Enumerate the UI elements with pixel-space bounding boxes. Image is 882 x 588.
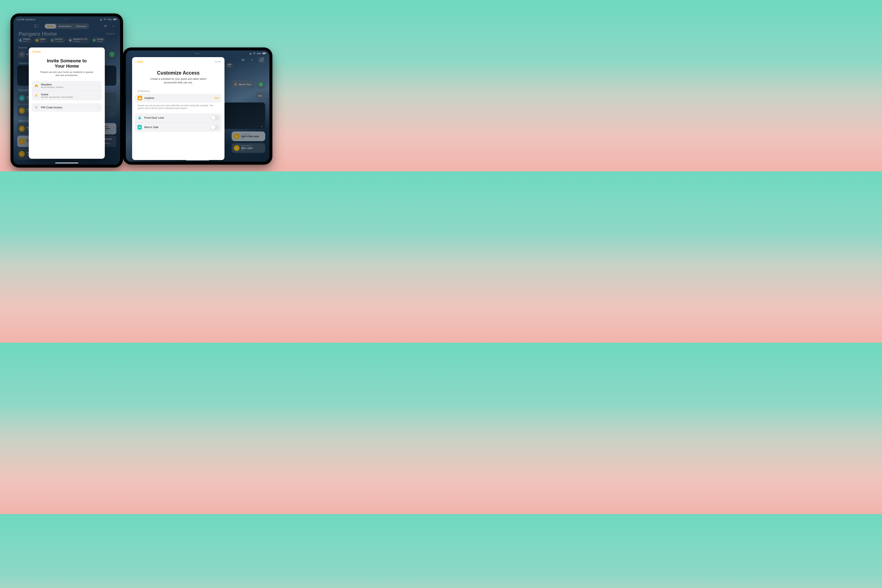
schedule-value: Anytime bbox=[144, 96, 212, 99]
edit-schedule-button[interactable]: Edit bbox=[214, 96, 219, 99]
ipad-portrait-device: 7:12 PM Sat Nov 9 ▮▪ 97% ••• Home bbox=[10, 14, 123, 168]
modal-header: Cancel bbox=[29, 48, 105, 54]
home-indicator[interactable] bbox=[55, 162, 78, 164]
moms-side-row[interactable]: Mom's Side bbox=[135, 123, 222, 132]
chevron-left-icon: ‹ bbox=[135, 60, 136, 63]
accessory-label: Mom's Side bbox=[144, 126, 208, 129]
guest-subtitle: Specific accessories, set schedule bbox=[41, 96, 96, 98]
svg-rect-23 bbox=[139, 97, 140, 97]
svg-rect-26 bbox=[139, 127, 140, 128]
customize-access-modal: ‹ Back Invite Customize Access Create a … bbox=[132, 57, 225, 160]
modal-title: Customize Access bbox=[132, 64, 225, 76]
cancel-button[interactable]: Cancel bbox=[32, 50, 40, 53]
invite-modal: Cancel Invite Someone toYour Home People… bbox=[29, 48, 105, 159]
ipad-portrait-screen: 7:12 PM Sat Nov 9 ▮▪ 97% ••• Home bbox=[14, 16, 120, 165]
back-button[interactable]: ‹ Back bbox=[135, 60, 143, 63]
modal-title: Invite Someone toYour Home bbox=[29, 54, 105, 69]
moms-side-toggle[interactable] bbox=[211, 125, 219, 130]
house-icon bbox=[34, 84, 38, 88]
svg-rect-24 bbox=[140, 97, 141, 97]
schedule-row[interactable]: Anytime Edit bbox=[135, 94, 222, 102]
ipad-landscape-screen: ▮▪ 97% ••• ＋ ergyaner bbox=[126, 50, 269, 162]
guest-row[interactable]: Guest Specific accessories, set schedule… bbox=[32, 91, 102, 100]
chevron-right-icon: › bbox=[99, 94, 99, 97]
modal-subtitle: Create a schedule for your guest and sel… bbox=[132, 76, 225, 88]
resident-subtitle: All accessories, anytime bbox=[41, 86, 96, 88]
front-door-toggle[interactable] bbox=[211, 115, 219, 120]
ipad-landscape-device: ▮▪ 97% ••• ＋ ergyaner bbox=[123, 48, 272, 165]
person-icon bbox=[34, 93, 38, 98]
modal-subtitle: People can join your home as residents o… bbox=[29, 69, 105, 81]
pin-title: PIN Code Access bbox=[41, 106, 96, 109]
hash-icon: # bbox=[34, 105, 38, 110]
svg-rect-25 bbox=[139, 117, 141, 119]
schedule-note: Guests can only access your home while t… bbox=[132, 102, 225, 113]
guest-title: Guest bbox=[41, 93, 96, 96]
front-door-lock-row[interactable]: Front Door Lock bbox=[135, 113, 222, 123]
invite-button-disabled: Invite bbox=[214, 60, 221, 63]
modal-header: ‹ Back Invite bbox=[132, 57, 225, 64]
svg-rect-28 bbox=[139, 128, 140, 128]
garage-icon bbox=[138, 125, 142, 129]
resident-title: Resident bbox=[41, 83, 96, 86]
accessory-label: Front Door Lock bbox=[144, 116, 208, 119]
schedule-section-label: SCHEDULE bbox=[132, 88, 225, 94]
chevron-right-icon: › bbox=[99, 106, 99, 109]
lock-icon bbox=[138, 116, 142, 120]
calendar-icon bbox=[138, 96, 142, 100]
role-list: Resident All accessories, anytime › Gues… bbox=[32, 81, 102, 100]
svg-rect-22 bbox=[139, 97, 141, 98]
pin-list: # PIN Code Access › bbox=[32, 104, 102, 112]
pin-code-row[interactable]: # PIN Code Access › bbox=[32, 104, 102, 112]
home-indicator[interactable] bbox=[186, 160, 209, 160]
svg-point-11 bbox=[36, 94, 37, 96]
accessory-access-list: Front Door Lock Mom's Side bbox=[135, 113, 222, 132]
chevron-right-icon: › bbox=[99, 84, 99, 87]
resident-row[interactable]: Resident All accessories, anytime › bbox=[32, 81, 102, 91]
